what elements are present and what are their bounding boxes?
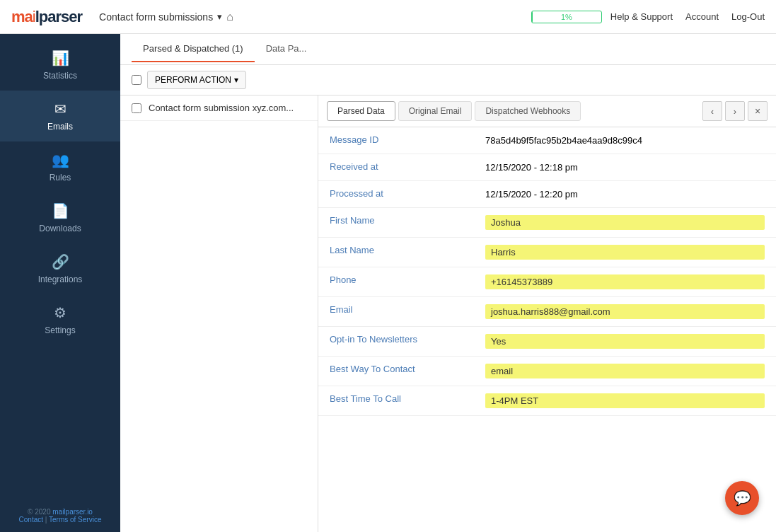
- value-email-text: joshua.harris888@gmail.com: [485, 304, 765, 319]
- right-tab-nav: ‹ › ×: [702, 101, 768, 121]
- value-message-id: 78a5d4b9f5fac95b2b4ae4aa9d8c99c4: [474, 127, 776, 154]
- table-row: Best Way To Contact email: [318, 357, 776, 386]
- tab-parsed-data[interactable]: Parsed Data: [327, 101, 395, 121]
- value-first-name-text: Joshua: [485, 215, 765, 230]
- sidebar-item-rules[interactable]: 👥 Rules: [0, 141, 120, 192]
- table-row: First Name Joshua: [318, 208, 776, 238]
- key-email: Email: [318, 297, 474, 326]
- sidebar-item-settings[interactable]: ⚙ Settings: [0, 294, 120, 345]
- parsed-data-table: Message ID 78a5d4b9f5fac95b2b4ae4aa9d8c9…: [318, 127, 776, 532]
- key-phone: Phone: [318, 267, 474, 296]
- value-processed-at: 12/15/2020 - 12:20 pm: [474, 181, 776, 207]
- key-message-id: Message ID: [318, 127, 474, 154]
- logo-red: ma: [11, 8, 33, 25]
- key-last-name: Last Name: [318, 238, 474, 267]
- table-row: Last Name Harris: [318, 238, 776, 267]
- subtabs-bar: Parsed & Dispatched (1) Data Pa...: [120, 34, 776, 65]
- value-processed-at-text: 12/15/2020 - 12:20 pm: [485, 189, 578, 200]
- table-row: Phone +16145373889: [318, 267, 776, 297]
- email-row-checkbox[interactable]: [132, 103, 141, 113]
- logout-link[interactable]: Log-Out: [731, 11, 765, 22]
- value-best-way-to-contact-text: email: [485, 364, 765, 378]
- value-best-time-to-call-text: 1-4PM EST: [485, 393, 765, 408]
- value-email: joshua.harris888@gmail.com: [474, 297, 776, 326]
- sidebar-label-integrations: Integrations: [38, 274, 83, 284]
- sidebar-label-statistics: Statistics: [43, 71, 77, 81]
- progress-label: 1%: [531, 11, 602, 23]
- table-row: Opt-in To Newsletters Yes: [318, 327, 776, 357]
- subtab-parsed-dispatched[interactable]: Parsed & Dispatched (1): [132, 36, 255, 62]
- perform-action-dropdown-icon: ▾: [234, 75, 238, 85]
- footer-tos[interactable]: Terms of Service: [49, 516, 101, 524]
- sidebar-item-statistics[interactable]: 📊 Statistics: [0, 40, 120, 91]
- home-icon[interactable]: ⌂: [226, 11, 233, 23]
- key-received-at: Received at: [318, 154, 474, 180]
- table-actions-area: PERFORM ACTION ▾: [120, 65, 776, 96]
- right-tabs: Parsed Data Original Email Dispatched We…: [318, 96, 776, 127]
- sidebar-label-emails: Emails: [47, 122, 73, 132]
- perform-action-label: PERFORM ACTION: [155, 75, 231, 85]
- key-best-way-to-contact: Best Way To Contact: [318, 357, 474, 386]
- statistics-icon: 📊: [52, 50, 69, 66]
- value-last-name-text: Harris: [485, 245, 765, 260]
- nav-next-button[interactable]: ›: [725, 101, 745, 121]
- table-row: Received at 12/15/2020 - 12:18 pm: [318, 154, 776, 181]
- settings-icon: ⚙: [54, 304, 66, 321]
- help-support-link[interactable]: Help & Support: [610, 11, 673, 22]
- table-row: Processed at 12/15/2020 - 12:20 pm: [318, 181, 776, 208]
- footer-copy: © 2020: [28, 508, 50, 516]
- breadcrumb-area: Contact form submissions ▾ ⌂: [99, 11, 523, 23]
- key-processed-at: Processed at: [318, 181, 474, 207]
- select-all-checkbox[interactable]: [132, 75, 141, 85]
- perform-action-button[interactable]: PERFORM ACTION ▾: [147, 71, 246, 89]
- nav-prev-button[interactable]: ‹: [702, 101, 722, 121]
- email-row[interactable]: Contact form submission xyz.com...: [120, 96, 318, 121]
- progress-wrapper: 1%: [531, 11, 602, 23]
- sidebar: 📊 Statistics ✉ Emails 👥 Rules 📄 Download…: [0, 34, 120, 532]
- logo: mailparser: [11, 8, 82, 26]
- sidebar-footer: © 2020 mailparser.io Contact | Terms of …: [13, 499, 108, 532]
- sidebar-item-integrations[interactable]: 🔗 Integrations: [0, 243, 120, 294]
- content-area: Parsed & Dispatched (1) Data Pa... PERFO…: [120, 34, 776, 532]
- key-first-name: First Name: [318, 208, 474, 237]
- subtab-data-pa[interactable]: Data Pa...: [255, 36, 318, 62]
- email-row-text: Contact form submission xyz.com...: [149, 103, 294, 113]
- nav-links: Help & Support Account Log-Out: [610, 11, 765, 22]
- sidebar-label-downloads: Downloads: [39, 224, 81, 233]
- tab-original-email[interactable]: Original Email: [398, 101, 473, 121]
- value-phone-text: +16145373889: [485, 274, 765, 289]
- sidebar-label-rules: Rules: [50, 173, 71, 183]
- key-opt-in: Opt-in To Newsletters: [318, 327, 474, 356]
- table-row: Message ID 78a5d4b9f5fac95b2b4ae4aa9d8c9…: [318, 127, 776, 154]
- sidebar-item-downloads[interactable]: 📄 Downloads: [0, 192, 120, 243]
- value-best-way-to-contact: email: [474, 357, 776, 386]
- breadcrumb-text: Contact form submissions: [99, 11, 213, 23]
- integrations-icon: 🔗: [52, 253, 69, 270]
- sidebar-item-emails[interactable]: ✉ Emails: [0, 91, 120, 141]
- right-panel: Parsed Data Original Email Dispatched We…: [318, 96, 776, 532]
- tab-dispatched-webhooks[interactable]: Dispatched Webhooks: [475, 101, 581, 121]
- chat-icon: 💬: [734, 490, 751, 507]
- main-layout: 📊 Statistics ✉ Emails 👥 Rules 📄 Download…: [0, 34, 776, 532]
- value-received-at-text: 12/15/2020 - 12:18 pm: [485, 162, 578, 173]
- chat-button[interactable]: 💬: [725, 481, 759, 515]
- split-view: Contact form submission xyz.com... Parse…: [120, 96, 776, 532]
- table-row: Best Time To Call 1-4PM EST: [318, 386, 776, 416]
- downloads-icon: 📄: [52, 202, 69, 219]
- account-link[interactable]: Account: [685, 11, 719, 22]
- rules-icon: 👥: [52, 151, 69, 168]
- value-received-at: 12/15/2020 - 12:18 pm: [474, 154, 776, 180]
- left-panel: Contact form submission xyz.com...: [120, 96, 318, 532]
- sidebar-label-settings: Settings: [45, 325, 75, 335]
- close-panel-button[interactable]: ×: [748, 101, 768, 121]
- value-message-id-text: 78a5d4b9f5fac95b2b4ae4aa9d8c99c4: [485, 135, 642, 146]
- table-row: Email joshua.harris888@gmail.com: [318, 297, 776, 327]
- logo-dark: lparser: [35, 8, 82, 25]
- key-best-time-to-call: Best Time To Call: [318, 386, 474, 415]
- breadcrumb-dropdown-icon[interactable]: ▾: [217, 11, 222, 22]
- value-opt-in: Yes: [474, 327, 776, 356]
- value-best-time-to-call: 1-4PM EST: [474, 386, 776, 415]
- footer-link[interactable]: mailparser.io: [52, 508, 93, 516]
- footer-contact[interactable]: Contact: [19, 516, 43, 524]
- topbar: mailparser Contact form submissions ▾ ⌂ …: [0, 0, 776, 34]
